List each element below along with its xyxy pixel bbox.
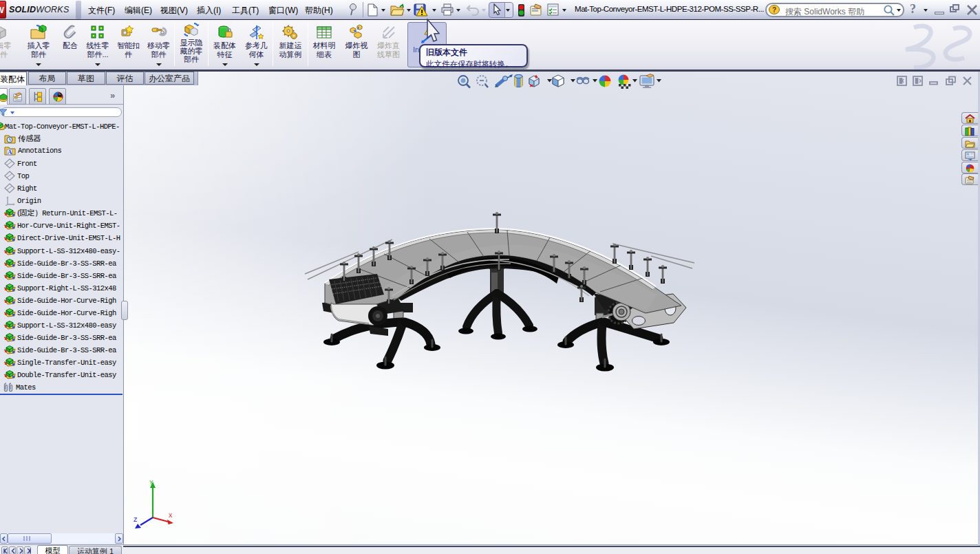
svg-text:Y: Y	[149, 480, 153, 487]
svg-text:Z: Z	[134, 517, 138, 524]
svg-text:X: X	[169, 513, 173, 520]
svg-text:?: ?	[772, 6, 776, 14]
svg-text:A: A	[8, 149, 12, 156]
